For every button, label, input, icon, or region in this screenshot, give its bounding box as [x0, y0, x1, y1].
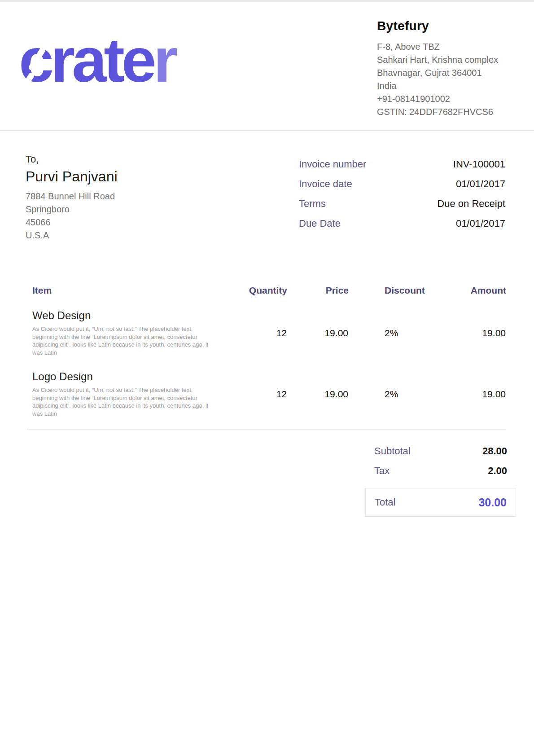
- item-quantity: 12: [215, 357, 287, 418]
- due-date-value: 01/01/2017: [456, 218, 505, 229]
- subtotal-label: Subtotal: [374, 445, 411, 457]
- total-box: Total 30.00: [365, 488, 516, 517]
- due-date-row: Due Date 01/01/2017: [299, 214, 505, 233]
- table-row: Web Design As Cicero would put it, “Um, …: [27, 296, 506, 357]
- tax-row: Tax 2.00: [365, 461, 516, 481]
- subtotal-value: 28.00: [482, 445, 507, 457]
- logo-slash-icon: [173, 62, 190, 85]
- company-address-line: Bhavnagar, Gujrat 364001: [377, 66, 498, 79]
- table-divider: [27, 429, 506, 430]
- item-discount: 2%: [349, 296, 438, 357]
- company-gstin: GSTIN: 24DDF7682FHVCS6: [377, 105, 498, 119]
- item-name: Logo Design: [32, 370, 215, 383]
- logo-text-last: r: [153, 25, 175, 95]
- customer-address-line: U.S.A: [26, 229, 118, 242]
- bill-to-label: To,: [26, 154, 118, 165]
- billing-section: To, Purvi Panjvani 7884 Bunnel Hill Road…: [0, 131, 534, 242]
- item-description: As Cicero would put it, “Um, not so fast…: [32, 325, 215, 356]
- company-address: F-8, Above TBZ Sahkari Hart, Krishna com…: [377, 40, 498, 119]
- company-info: Bytefury F-8, Above TBZ Sahkari Hart, Kr…: [377, 19, 498, 119]
- company-address-line: F-8, Above TBZ: [377, 40, 498, 53]
- table-header-row: Item Quantity Price Discount Amount: [27, 285, 506, 296]
- terms-value: Due on Receipt: [437, 198, 505, 210]
- crater-logo: crater: [19, 29, 175, 92]
- line-items-table: Item Quantity Price Discount Amount Web …: [27, 285, 506, 418]
- bill-to-block: To, Purvi Panjvani 7884 Bunnel Hill Road…: [26, 154, 118, 242]
- terms-label: Terms: [299, 198, 326, 210]
- invoice-number-value: INV-100001: [453, 158, 505, 170]
- column-header-item: Item: [27, 285, 215, 296]
- customer-address-line: Springboro: [26, 203, 118, 216]
- tax-label: Tax: [374, 465, 390, 477]
- invoice-page: crater Bytefury F-8, Above TBZ Sahkari H…: [0, 0, 534, 756]
- item-description: As Cicero would put it, “Um, not so fast…: [32, 386, 215, 418]
- customer-address-line: 45066: [26, 216, 118, 229]
- tax-value: 2.00: [488, 465, 507, 477]
- total-value: 30.00: [478, 496, 507, 509]
- invoice-date-value: 01/01/2017: [456, 178, 505, 190]
- column-header-discount: Discount: [349, 285, 438, 296]
- invoice-number-label: Invoice number: [299, 158, 366, 170]
- invoice-date-row: Invoice date 01/01/2017: [299, 174, 505, 194]
- company-address-line: India: [377, 79, 498, 92]
- company-phone: +91-08141901002: [377, 92, 498, 105]
- subtotal-row: Subtotal 28.00: [365, 441, 516, 461]
- item-amount: 19.00: [438, 296, 506, 357]
- item-price: 19.00: [287, 357, 349, 418]
- item-quantity: 12: [215, 296, 287, 357]
- item-cell: Logo Design As Cicero would put it, “Um,…: [27, 357, 215, 418]
- totals-section: Subtotal 28.00 Tax 2.00 Total 30.00: [365, 441, 516, 517]
- customer-address: 7884 Bunnel Hill Road Springboro 45066 U…: [26, 190, 118, 242]
- terms-row: Terms Due on Receipt: [299, 194, 505, 214]
- item-name: Web Design: [32, 309, 215, 322]
- total-label: Total: [375, 497, 395, 508]
- invoice-header: crater Bytefury F-8, Above TBZ Sahkari H…: [0, 2, 534, 131]
- item-price: 19.00: [287, 296, 349, 357]
- company-address-line: Sahkari Hart, Krishna complex: [377, 53, 498, 66]
- item-cell: Web Design As Cicero would put it, “Um, …: [27, 296, 215, 357]
- due-date-label: Due Date: [299, 218, 341, 229]
- invoice-number-row: Invoice number INV-100001: [299, 154, 505, 174]
- invoice-date-label: Invoice date: [299, 178, 352, 190]
- customer-name: Purvi Panjvani: [26, 168, 118, 185]
- column-header-quantity: Quantity: [215, 285, 287, 296]
- company-name: Bytefury: [377, 19, 498, 33]
- item-amount: 19.00: [438, 357, 506, 418]
- line-items-section: Item Quantity Price Discount Amount Web …: [27, 285, 506, 418]
- table-row: Logo Design As Cicero would put it, “Um,…: [27, 357, 506, 418]
- column-header-price: Price: [287, 285, 349, 296]
- invoice-meta: Invoice number INV-100001 Invoice date 0…: [299, 154, 505, 242]
- column-header-amount: Amount: [438, 285, 506, 296]
- customer-address-line: 7884 Bunnel Hill Road: [26, 190, 118, 203]
- item-discount: 2%: [349, 357, 438, 418]
